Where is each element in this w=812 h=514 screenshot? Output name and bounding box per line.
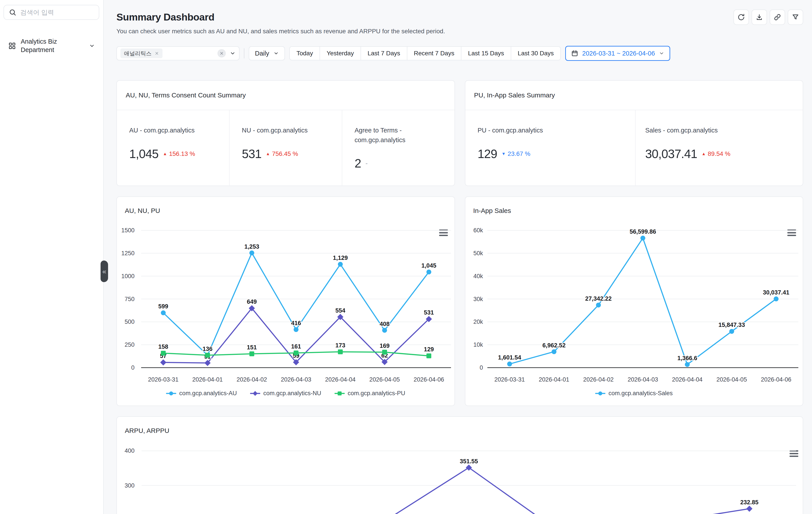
- legend-item[interactable]: com.gcp.analytics-NU: [250, 390, 321, 397]
- metrics: AU - com.gcp.analytics 1,045 ▲156.13 % N…: [117, 110, 455, 186]
- svg-text:2026-04-03: 2026-04-03: [281, 376, 311, 383]
- svg-text:161: 161: [291, 343, 301, 350]
- metric-pu: PU - com.gcp.analytics 129 ▼23.67 %: [465, 110, 635, 186]
- svg-text:6,962.52: 6,962.52: [542, 342, 566, 349]
- calendar-icon: [571, 50, 578, 57]
- svg-text:151: 151: [247, 344, 257, 351]
- granularity-value: Daily: [255, 50, 269, 57]
- svg-text:136: 136: [203, 345, 212, 352]
- svg-text:554: 554: [336, 307, 345, 314]
- svg-text:2026-04-05: 2026-04-05: [716, 376, 747, 383]
- svg-text:50k: 50k: [473, 250, 483, 256]
- svg-text:599: 599: [158, 303, 168, 310]
- metric-nu: NU - com.gcp.analytics 531 ▲756.45 %: [229, 110, 342, 186]
- date-range-picker[interactable]: 2026-03-31 ~ 2026-04-06: [565, 46, 670, 61]
- svg-text:2026-03-31: 2026-03-31: [148, 376, 178, 383]
- legend-label: com.gcp.analytics-AU: [179, 390, 237, 397]
- metrics: PU - com.gcp.analytics 129 ▼23.67 % Sale…: [465, 110, 803, 186]
- svg-text:1000: 1000: [121, 273, 135, 279]
- download-icon: [756, 13, 763, 21]
- svg-text:2026-04-02: 2026-04-02: [583, 376, 613, 383]
- svg-text:250: 250: [125, 341, 135, 348]
- chart-card-in-app-sales: In-App Sales 010k20k30k40k50k60k2026-03-…: [465, 196, 803, 406]
- svg-text:129: 129: [424, 346, 434, 353]
- line-chart-arpu-arppu: 400300351.55232.85: [117, 417, 803, 514]
- filter-row: 애널리틱스 Daily Today Yesterday Last 7 D: [116, 46, 803, 61]
- svg-text:1,045: 1,045: [422, 262, 436, 269]
- svg-text:0: 0: [131, 364, 135, 371]
- copy-link-button[interactable]: [770, 9, 785, 25]
- svg-text:750: 750: [125, 296, 135, 302]
- app-multiselect[interactable]: 애널리틱스: [116, 46, 239, 60]
- sidebar-collapse-handle[interactable]: «: [100, 261, 108, 282]
- line-chart-au-nu-pu: 02505007501000125015002026-03-312026-04-…: [117, 197, 455, 406]
- summary-cards-row: AU, NU, Terms Consent Count Summary AU -…: [116, 80, 803, 186]
- summary-card-au-nu-terms: AU, NU, Terms Consent Count Summary AU -…: [116, 80, 455, 186]
- svg-text:649: 649: [247, 298, 257, 305]
- legend-item[interactable]: com.gcp.analytics-PU: [335, 390, 405, 397]
- chip-remove-icon[interactable]: [154, 51, 159, 56]
- chevron-down-icon: [659, 51, 664, 56]
- metric-label: AU - com.gcp.analytics: [129, 126, 224, 135]
- filter-button[interactable]: [788, 9, 803, 25]
- metric-label: NU - com.gcp.analytics: [242, 126, 337, 135]
- metric-value: 531: [242, 147, 262, 161]
- selected-app-chip[interactable]: 애널리틱스: [120, 49, 163, 58]
- metric-label: Agree to Terms - com.gcp.analytics: [355, 126, 450, 145]
- svg-text:30k: 30k: [473, 296, 483, 302]
- refresh-button[interactable]: [733, 9, 749, 25]
- chip-label: 애널리틱스: [124, 50, 151, 57]
- up-triangle-icon: ▲: [163, 151, 167, 156]
- granularity-select[interactable]: Daily: [249, 46, 285, 60]
- chart-legend: com.gcp.analytics-AUcom.gcp.analytics-NU…: [117, 390, 455, 397]
- card-title: PU, In-App Sales Summary: [465, 81, 803, 110]
- svg-text:400: 400: [125, 448, 135, 454]
- preset-today[interactable]: Today: [290, 47, 320, 60]
- svg-text:2026-04-04: 2026-04-04: [672, 376, 702, 383]
- down-triangle-icon: ▼: [501, 151, 506, 156]
- preset-last-30-days[interactable]: Last 30 Days: [511, 47, 560, 60]
- svg-text:500: 500: [125, 319, 135, 325]
- svg-text:300: 300: [125, 482, 135, 489]
- preset-last-15-days[interactable]: Last 15 Days: [461, 47, 511, 60]
- sidebar-item-label: Analytics Biz Department: [21, 37, 84, 54]
- clear-selection-icon[interactable]: [218, 49, 226, 58]
- search-input[interactable]: [20, 9, 94, 16]
- legend-item[interactable]: com.gcp.analytics-Sales: [595, 390, 673, 397]
- metric-delta: ▼23.67 %: [501, 150, 530, 157]
- preset-recent-7-days[interactable]: Recent 7 Days: [407, 47, 461, 60]
- main-content: Summary Dashboard You can check user met…: [104, 0, 812, 514]
- svg-text:2026-03-31: 2026-03-31: [494, 376, 525, 383]
- metric-au: AU - com.gcp.analytics 1,045 ▲156.13 %: [117, 110, 229, 186]
- svg-text:531: 531: [424, 309, 434, 316]
- chevron-down-icon: [230, 51, 235, 56]
- svg-text:158: 158: [158, 343, 168, 350]
- legend-label: com.gcp.analytics-Sales: [608, 390, 673, 397]
- chevron-down-icon: [273, 51, 279, 56]
- metric-delta: ▲89.54 %: [701, 150, 730, 157]
- svg-text:10k: 10k: [473, 341, 483, 348]
- svg-text:1,129: 1,129: [333, 254, 348, 261]
- svg-text:60k: 60k: [473, 227, 483, 234]
- page-description: You can check user metrics such as AU an…: [116, 28, 803, 35]
- preset-last-7-days[interactable]: Last 7 Days: [360, 47, 407, 60]
- metric-terms-consent: Agree to Terms - com.gcp.analytics 2 -: [342, 110, 455, 186]
- metric-value: 30,037.41: [645, 147, 697, 161]
- svg-text:2026-04-01: 2026-04-01: [539, 376, 569, 383]
- search-icon: [9, 9, 16, 16]
- svg-text:1,253: 1,253: [244, 243, 259, 250]
- filter-divider: [244, 48, 244, 58]
- legend-label: com.gcp.analytics-NU: [263, 390, 321, 397]
- svg-text:30,037.41: 30,037.41: [763, 289, 789, 296]
- card-title: AU, NU, Terms Consent Count Summary: [117, 81, 455, 110]
- svg-text:1250: 1250: [121, 250, 135, 256]
- date-preset-group: Today Yesterday Last 7 Days Recent 7 Day…: [289, 46, 561, 60]
- preset-yesterday[interactable]: Yesterday: [320, 47, 360, 60]
- svg-text:27,342.22: 27,342.22: [585, 295, 612, 302]
- legend-item[interactable]: com.gcp.analytics-AU: [166, 390, 237, 397]
- metric-delta: ▲156.13 %: [163, 150, 195, 157]
- svg-text:2026-04-06: 2026-04-06: [414, 376, 444, 383]
- sidebar-item-analytics-biz-department[interactable]: Analytics Biz Department: [0, 37, 103, 54]
- svg-text:351.55: 351.55: [460, 458, 478, 465]
- download-button[interactable]: [752, 9, 767, 25]
